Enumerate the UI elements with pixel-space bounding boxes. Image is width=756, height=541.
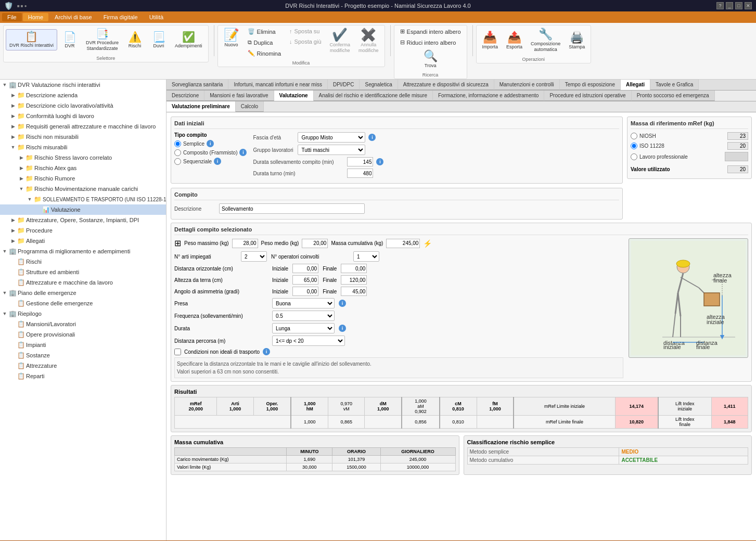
sidebar-item-requisiti[interactable]: ▶ 📁 Requisiti generali attrezzature e ma… xyxy=(0,121,166,132)
menu-firma[interactable]: Firma digitale xyxy=(98,13,143,21)
tab-tavole[interactable]: Tavole e Grafica xyxy=(650,80,699,90)
sidebar-item-programma[interactable]: ▼ 🏢 Programma di miglioramento e adempim… xyxy=(0,246,166,256)
sidebar-item-attrezzature3[interactable]: 📋 Attrezzature xyxy=(0,360,166,371)
innertab-calcolo[interactable]: Calcolo xyxy=(236,101,264,112)
sidebar-item-sostanze[interactable]: 📋 Sostanze xyxy=(0,350,166,360)
ribbon-btn-annulla[interactable]: ✖️ Annullamodifiche xyxy=(355,27,382,56)
ribbon-btn-riduci[interactable]: ⊟ Riduci intero albero xyxy=(396,37,460,47)
condizioni-checkbox[interactable] xyxy=(174,349,181,355)
subtab-pronto[interactable]: Pronto soccorso ed emergenza xyxy=(632,91,715,101)
peso-max-input[interactable] xyxy=(232,239,258,248)
gruppo-lav-select[interactable]: Tutti maschi xyxy=(298,145,365,155)
desc-input[interactable] xyxy=(219,203,365,214)
sidebar-item-conformita[interactable]: ▶ 📁 Conformità luoghi di lavoro xyxy=(0,111,166,121)
ribbon-btn-procedure[interactable]: 📑 DVR ProcedureStandardizzate xyxy=(82,27,122,54)
ribbon-btn-composizione[interactable]: 🔧 Composizioneautomatica xyxy=(527,27,564,55)
info-durata2[interactable]: i xyxy=(339,325,346,332)
freq-select[interactable]: 0.5 xyxy=(272,311,335,321)
subtab-descrizione[interactable]: Descrizione xyxy=(166,91,204,101)
sidebar-item-rischi2[interactable]: 📋 Rischi xyxy=(0,256,166,267)
sidebar-item-allegati[interactable]: ▶ 📁 Allegati xyxy=(0,236,166,246)
ribbon-btn-sposta-su[interactable]: ↑ Sposta su xyxy=(286,27,325,36)
ribbon-btn-adempimenti[interactable]: ✅ Adempimenti xyxy=(171,30,206,50)
operatori-select[interactable]: 1 xyxy=(353,251,379,262)
menu-home[interactable]: Home xyxy=(23,13,48,21)
radio-niosh[interactable] xyxy=(631,133,637,139)
subtab-valutazione[interactable]: Valutazione xyxy=(274,91,314,101)
subtab-procedure[interactable]: Procedure ed istruzioni operative xyxy=(544,91,631,101)
subtab-mansioni[interactable]: Mansioni e fasi lavorative xyxy=(204,91,274,101)
sidebar-item-mansioni[interactable]: 📋 Mansioni/Lavoratori xyxy=(0,319,166,329)
sidebar-item-riepilogo[interactable]: ▼ 🏢 Riepilogo xyxy=(0,308,166,319)
durata-turno-input[interactable] xyxy=(347,169,373,178)
sidebar-item-impianti[interactable]: 📋 Impianti xyxy=(0,340,166,350)
ribbon-btn-espandi[interactable]: ⊞ Espandi intero albero xyxy=(396,27,465,36)
sidebar-item-atex[interactable]: ▶ 📁 Rischio Atex gas xyxy=(0,163,166,173)
sidebar-item-attrezzature2[interactable]: 📋 Attrezzature e macchine da lavoro xyxy=(0,277,166,288)
tab-sorveglianza[interactable]: Sorveglianza sanitaria xyxy=(166,80,228,90)
sidebar-item-reparti[interactable]: 📋 Reparti xyxy=(0,371,166,381)
tab-allegati[interactable]: Allegati xyxy=(621,80,650,91)
tab-tempo[interactable]: Tempo di esposizione xyxy=(560,80,621,90)
tab-infortuni[interactable]: Infortuni, mancati infortuni e near miss xyxy=(228,80,328,90)
info-condizioni[interactable]: i xyxy=(263,348,270,355)
sidebar-item-desc-az[interactable]: ▶ 📁 Descrizione azienda xyxy=(0,90,166,100)
sidebar-item-desc-ciclo[interactable]: ▶ 📁 Descrizione ciclo lavorativo/attivit… xyxy=(0,100,166,111)
sidebar-item-rischi-nm[interactable]: ▶ 📁 Rischi non misurabili xyxy=(0,132,166,142)
ribbon-btn-sposta-giu[interactable]: ↓ Sposta giù xyxy=(286,37,325,46)
radio-iso11228[interactable] xyxy=(631,143,637,149)
menu-file[interactable]: File xyxy=(2,13,22,21)
subtab-analisi[interactable]: Analisi del rischio e identificazione de… xyxy=(314,91,433,101)
dist-oriz-fin-input[interactable] xyxy=(341,264,367,273)
tab-attrezzature[interactable]: Attrezzature e dispositivi di sicurezza xyxy=(398,80,494,90)
dist-oriz-ini-input[interactable] xyxy=(292,264,318,273)
radio-sequenziale[interactable] xyxy=(174,158,181,165)
massa-cum-input[interactable] xyxy=(386,239,420,248)
fascia-eta-select[interactable]: Gruppo Misto xyxy=(298,132,365,143)
sidebar-item-stress[interactable]: ▶ 📁 Rischio Stress lavoro correlato xyxy=(0,152,166,163)
toggle-desc-az[interactable]: ▶ xyxy=(9,92,17,99)
tab-segnaletica[interactable]: Segnaletica xyxy=(360,80,398,90)
ribbon-btn-dvr-rischi[interactable]: 📋 DVR Rischi Interattivi xyxy=(6,29,57,50)
sidebar-item-opere[interactable]: 📋 Opere provvisionali xyxy=(0,329,166,340)
angolo-fin-input[interactable] xyxy=(341,287,367,296)
presa-select[interactable]: Buona xyxy=(272,298,335,308)
info-semplice[interactable]: i xyxy=(207,140,214,147)
ribbon-btn-importa[interactable]: 📥 Importa xyxy=(479,30,502,51)
radio-composito[interactable] xyxy=(174,149,181,156)
ribbon-btn-rinomina[interactable]: ✏️ Rinomina xyxy=(244,48,285,58)
sidebar-item-procedure[interactable]: ▶ 📁 Procedure xyxy=(0,225,166,236)
ribbon-btn-elimina[interactable]: 🗑️ Elimina xyxy=(244,27,285,36)
lavoro-prof-input[interactable] xyxy=(725,152,748,161)
angolo-ini-input[interactable] xyxy=(292,287,318,296)
subtab-formazione[interactable]: Formazione, informazione e addestramento xyxy=(433,91,544,101)
durata-select[interactable]: Lunga xyxy=(272,323,335,333)
ribbon-btn-esporta[interactable]: 📤 Esporta xyxy=(503,30,526,51)
tab-manutenzioni[interactable]: Manutenzioni e controlli xyxy=(494,80,560,90)
dist-perc-select[interactable]: 1<= dp < 20 xyxy=(272,336,345,346)
ribbon-btn-duplica[interactable]: ⧉ Duplica xyxy=(244,37,285,47)
menu-archivi[interactable]: Archivi di base xyxy=(49,13,97,21)
radio-semplice[interactable] xyxy=(174,140,181,147)
toggle-dvr-val[interactable]: ▼ xyxy=(1,81,8,88)
info-fascia[interactable]: i xyxy=(368,134,376,141)
sidebar-item-mov[interactable]: ▼ 📁 Rischio Movimentazione manuale caric… xyxy=(0,184,166,194)
ribbon-btn-stampa[interactable]: 🖨️ Stampa xyxy=(565,30,588,51)
peso-medio-input[interactable] xyxy=(302,239,328,248)
ribbon-btn-rischi[interactable]: ⚠️ Rischi xyxy=(123,30,146,50)
sidebar-item-sollevamento[interactable]: ▼ 📁 SOLLEVAMENTO E TRASPORTO (UNI ISO 11… xyxy=(0,194,166,204)
ribbon-btn-dvr[interactable]: 📄 DVR xyxy=(58,30,81,50)
radio-lavoro-prof[interactable] xyxy=(631,153,637,160)
info-presa[interactable]: i xyxy=(339,300,346,307)
ribbon-btn-nuovo[interactable]: 📝 Nuovo xyxy=(220,27,243,49)
sidebar-item-rischi-mis[interactable]: ▼ 📁 Rischi misurabili xyxy=(0,142,166,152)
ribbon-btn-duvri[interactable]: 📃 Duvri xyxy=(147,30,170,50)
info-durata[interactable]: i xyxy=(376,158,383,165)
durata-sollevamento-input[interactable] xyxy=(347,157,373,166)
alt-terra-ini-input[interactable] xyxy=(292,275,318,285)
ribbon-btn-trova[interactable]: 🔍 Trova xyxy=(420,48,441,70)
alt-terra-fin-input[interactable] xyxy=(341,275,367,285)
sidebar-item-strutture[interactable]: 📋 Strutture ed ambienti xyxy=(0,267,166,277)
info-composito[interactable]: i xyxy=(239,149,247,156)
sidebar-item-dvr-val[interactable]: ▼ 🏢 DVR Valutazione rischi interattivi xyxy=(0,80,166,90)
